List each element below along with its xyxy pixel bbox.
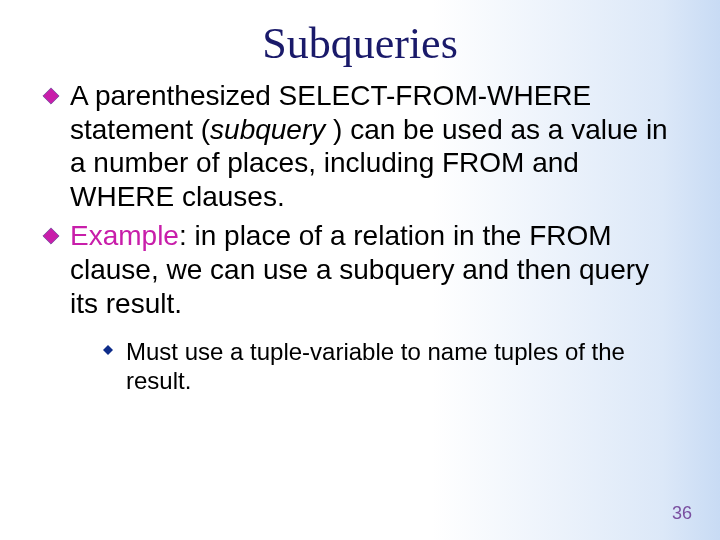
content-area: A parenthesized SELECT-FROM-WHERE statem…: [0, 79, 720, 396]
diamond-bullet-icon: [42, 227, 60, 245]
text-run: subquery: [210, 114, 325, 145]
slide: Subqueries A parenthesized SELECT-FROM-W…: [0, 0, 720, 540]
sub-bullet-text: Must use a tuple-variable to name tuples…: [126, 338, 625, 394]
diamond-bullet-icon: [42, 87, 60, 105]
bullet-item: A parenthesized SELECT-FROM-WHERE statem…: [42, 79, 678, 213]
small-diamond-bullet-icon: [102, 344, 114, 356]
sub-list: Must use a tuple-variable to name tuples…: [42, 338, 678, 396]
text-run: Example: [70, 220, 179, 251]
bullet-item: Example: in place of a relation in the F…: [42, 219, 678, 320]
bullet-text: Example: in place of a relation in the F…: [70, 220, 649, 318]
page-number: 36: [672, 503, 692, 524]
bullet-text: A parenthesized SELECT-FROM-WHERE statem…: [70, 80, 668, 212]
slide-title: Subqueries: [0, 0, 720, 79]
sub-bullet-item: Must use a tuple-variable to name tuples…: [102, 338, 648, 396]
